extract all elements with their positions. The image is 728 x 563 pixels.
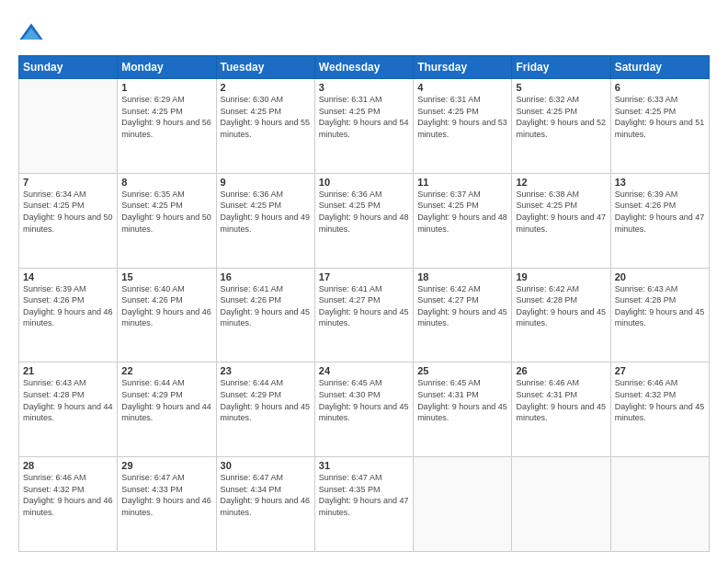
day-number: 12 [516, 177, 606, 188]
page: SundayMondayTuesdayWednesdayThursdayFrid… [0, 0, 728, 563]
calendar-cell: 11Sunrise: 6:37 AMSunset: 4:25 PMDayligh… [414, 173, 512, 268]
calendar-cell: 16Sunrise: 6:41 AMSunset: 4:26 PMDayligh… [216, 268, 314, 362]
weekday-header-saturday: Saturday [610, 56, 709, 79]
day-number: 7 [23, 177, 113, 188]
calendar-cell: 2Sunrise: 6:30 AMSunset: 4:25 PMDaylight… [216, 79, 314, 174]
day-number: 19 [516, 271, 606, 282]
day-info: Sunrise: 6:42 AMSunset: 4:27 PMDaylight:… [417, 283, 507, 329]
day-info: Sunrise: 6:40 AMSunset: 4:26 PMDaylight:… [121, 283, 211, 329]
day-info: Sunrise: 6:38 AMSunset: 4:25 PMDaylight:… [516, 189, 606, 235]
calendar-cell: 22Sunrise: 6:44 AMSunset: 4:29 PMDayligh… [118, 362, 216, 457]
day-info: Sunrise: 6:43 AMSunset: 4:28 PMDaylight:… [615, 283, 705, 329]
day-number: 15 [121, 271, 211, 282]
day-info: Sunrise: 6:46 AMSunset: 4:32 PMDaylight:… [23, 472, 113, 518]
day-number: 4 [417, 82, 507, 93]
day-number: 24 [319, 365, 409, 376]
day-number: 25 [417, 365, 507, 376]
day-info: Sunrise: 6:43 AMSunset: 4:28 PMDaylight:… [23, 377, 113, 423]
weekday-header-friday: Friday [512, 56, 610, 79]
calendar-cell: 19Sunrise: 6:42 AMSunset: 4:28 PMDayligh… [512, 268, 610, 362]
day-number: 14 [23, 271, 113, 282]
day-info: Sunrise: 6:44 AMSunset: 4:29 PMDaylight:… [221, 377, 311, 423]
day-number: 3 [319, 82, 409, 93]
day-info: Sunrise: 6:41 AMSunset: 4:27 PMDaylight:… [319, 283, 409, 329]
calendar-cell: 26Sunrise: 6:46 AMSunset: 4:31 PMDayligh… [512, 362, 610, 457]
calendar-cell: 28Sunrise: 6:46 AMSunset: 4:32 PMDayligh… [19, 457, 118, 552]
day-number: 20 [615, 271, 705, 282]
day-info: Sunrise: 6:36 AMSunset: 4:25 PMDaylight:… [221, 189, 311, 235]
week-row-2: 7Sunrise: 6:34 AMSunset: 4:25 PMDaylight… [19, 173, 710, 268]
calendar-cell: 10Sunrise: 6:36 AMSunset: 4:25 PMDayligh… [314, 173, 413, 268]
day-info: Sunrise: 6:30 AMSunset: 4:25 PMDaylight:… [221, 94, 311, 140]
day-number: 6 [615, 82, 705, 93]
calendar-cell: 1Sunrise: 6:29 AMSunset: 4:25 PMDaylight… [118, 79, 216, 174]
day-info: Sunrise: 6:39 AMSunset: 4:26 PMDaylight:… [23, 283, 113, 329]
day-info: Sunrise: 6:31 AMSunset: 4:25 PMDaylight:… [417, 94, 507, 140]
day-number: 31 [319, 460, 409, 471]
weekday-header-tuesday: Tuesday [216, 56, 314, 79]
calendar-cell: 12Sunrise: 6:38 AMSunset: 4:25 PMDayligh… [512, 173, 610, 268]
day-number: 5 [516, 82, 606, 93]
day-info: Sunrise: 6:42 AMSunset: 4:28 PMDaylight:… [516, 283, 606, 329]
day-info: Sunrise: 6:33 AMSunset: 4:25 PMDaylight:… [615, 94, 705, 140]
day-number: 26 [516, 365, 606, 376]
weekday-header-row: SundayMondayTuesdayWednesdayThursdayFrid… [19, 56, 710, 79]
calendar-cell: 20Sunrise: 6:43 AMSunset: 4:28 PMDayligh… [610, 268, 709, 362]
day-info: Sunrise: 6:31 AMSunset: 4:25 PMDaylight:… [319, 94, 409, 140]
calendar-cell: 13Sunrise: 6:39 AMSunset: 4:26 PMDayligh… [610, 173, 709, 268]
day-number: 1 [121, 82, 211, 93]
day-number: 16 [221, 271, 311, 282]
week-row-3: 14Sunrise: 6:39 AMSunset: 4:26 PMDayligh… [19, 268, 710, 362]
day-number: 27 [615, 365, 705, 376]
calendar-cell [19, 79, 118, 174]
calendar-cell: 30Sunrise: 6:47 AMSunset: 4:34 PMDayligh… [216, 457, 314, 552]
day-info: Sunrise: 6:32 AMSunset: 4:25 PMDaylight:… [516, 94, 606, 140]
calendar-cell: 21Sunrise: 6:43 AMSunset: 4:28 PMDayligh… [19, 362, 118, 457]
calendar-cell: 17Sunrise: 6:41 AMSunset: 4:27 PMDayligh… [314, 268, 413, 362]
day-number: 2 [221, 82, 311, 93]
day-info: Sunrise: 6:39 AMSunset: 4:26 PMDaylight:… [615, 189, 705, 235]
day-number: 30 [221, 460, 311, 471]
day-info: Sunrise: 6:47 AMSunset: 4:33 PMDaylight:… [121, 472, 211, 518]
calendar-cell: 29Sunrise: 6:47 AMSunset: 4:33 PMDayligh… [118, 457, 216, 552]
day-info: Sunrise: 6:37 AMSunset: 4:25 PMDaylight:… [417, 189, 507, 235]
calendar-cell: 15Sunrise: 6:40 AMSunset: 4:26 PMDayligh… [118, 268, 216, 362]
calendar-cell: 9Sunrise: 6:36 AMSunset: 4:25 PMDaylight… [216, 173, 314, 268]
calendar-cell: 5Sunrise: 6:32 AMSunset: 4:25 PMDaylight… [512, 79, 610, 174]
day-info: Sunrise: 6:47 AMSunset: 4:34 PMDaylight:… [221, 472, 311, 518]
calendar-cell: 31Sunrise: 6:47 AMSunset: 4:35 PMDayligh… [314, 457, 413, 552]
logo [18, 20, 48, 46]
calendar-cell: 24Sunrise: 6:45 AMSunset: 4:30 PMDayligh… [314, 362, 413, 457]
day-number: 29 [121, 460, 211, 471]
weekday-header-wednesday: Wednesday [314, 56, 413, 79]
day-info: Sunrise: 6:41 AMSunset: 4:26 PMDaylight:… [221, 283, 311, 329]
week-row-5: 28Sunrise: 6:46 AMSunset: 4:32 PMDayligh… [19, 457, 710, 552]
calendar-cell: 6Sunrise: 6:33 AMSunset: 4:25 PMDaylight… [610, 79, 709, 174]
calendar-cell [610, 457, 709, 552]
day-info: Sunrise: 6:36 AMSunset: 4:25 PMDaylight:… [319, 189, 409, 235]
day-number: 9 [221, 177, 311, 188]
day-info: Sunrise: 6:47 AMSunset: 4:35 PMDaylight:… [319, 472, 409, 518]
day-info: Sunrise: 6:46 AMSunset: 4:31 PMDaylight:… [516, 377, 606, 423]
week-row-1: 1Sunrise: 6:29 AMSunset: 4:25 PMDaylight… [19, 79, 710, 174]
weekday-header-monday: Monday [118, 56, 216, 79]
calendar-table: SundayMondayTuesdayWednesdayThursdayFrid… [18, 55, 710, 552]
calendar-cell: 14Sunrise: 6:39 AMSunset: 4:26 PMDayligh… [19, 268, 118, 362]
calendar-cell: 4Sunrise: 6:31 AMSunset: 4:25 PMDaylight… [414, 79, 512, 174]
day-info: Sunrise: 6:35 AMSunset: 4:25 PMDaylight:… [121, 189, 211, 235]
day-number: 21 [23, 365, 113, 376]
day-number: 8 [121, 177, 211, 188]
day-number: 18 [417, 271, 507, 282]
calendar-cell: 3Sunrise: 6:31 AMSunset: 4:25 PMDaylight… [314, 79, 413, 174]
calendar-cell: 23Sunrise: 6:44 AMSunset: 4:29 PMDayligh… [216, 362, 314, 457]
calendar-cell: 18Sunrise: 6:42 AMSunset: 4:27 PMDayligh… [414, 268, 512, 362]
day-info: Sunrise: 6:45 AMSunset: 4:31 PMDaylight:… [417, 377, 507, 423]
weekday-header-sunday: Sunday [19, 56, 118, 79]
day-info: Sunrise: 6:29 AMSunset: 4:25 PMDaylight:… [121, 94, 211, 140]
calendar-cell: 25Sunrise: 6:45 AMSunset: 4:31 PMDayligh… [414, 362, 512, 457]
header [18, 17, 710, 46]
calendar-cell: 7Sunrise: 6:34 AMSunset: 4:25 PMDaylight… [19, 173, 118, 268]
day-info: Sunrise: 6:34 AMSunset: 4:25 PMDaylight:… [23, 189, 113, 235]
day-info: Sunrise: 6:45 AMSunset: 4:30 PMDaylight:… [319, 377, 409, 423]
logo-icon [18, 20, 44, 46]
